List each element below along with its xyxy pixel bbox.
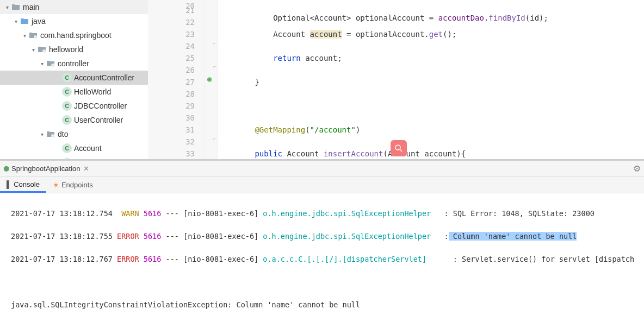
- tree-label: dto: [58, 130, 68, 138]
- vcs-changed-icon: ◉: [207, 73, 212, 85]
- svg-point-1: [42, 49, 46, 53]
- tree-item-java[interactable]: ▾ java: [0, 14, 148, 28]
- tab-label: Console: [14, 180, 40, 188]
- caret-icon: ▾: [38, 131, 46, 137]
- svg-point-0: [34, 35, 37, 39]
- run-tool-window: ⬢ SpringbootApplication ✕ ⚙ ▌ Console ✶ …: [0, 160, 644, 309]
- log-line: 2021-07-17 13:18:12.755 ERROR 5616 --- […: [11, 231, 644, 242]
- svg-point-4: [395, 145, 400, 150]
- tree-label: com.hand.springboot: [40, 31, 112, 40]
- console-tab[interactable]: ▌ Console: [0, 177, 46, 193]
- code-area[interactable]: Optional<Account> optionalAccount = acco…: [218, 0, 644, 159]
- search-button[interactable]: [391, 140, 407, 156]
- caret-icon: ▾: [21, 33, 28, 39]
- tree-item-controller[interactable]: ▾ controller: [0, 56, 148, 71]
- tree-label: helloworld: [49, 45, 83, 54]
- package-icon: [46, 129, 55, 139]
- log-line: 2021-07-17 13:18:12.754 WARN 5616 --- [n…: [11, 208, 644, 219]
- log-line: 2021-07-17 13:18:12.767 ERROR 5616 --- […: [11, 254, 644, 265]
- line-gutter: 20 21 22 23 24 25 26 27 28 29 30 31 32 3…: [148, 0, 205, 159]
- package-icon: [37, 45, 47, 54]
- class-icon: C: [62, 157, 72, 159]
- svg-point-3: [51, 134, 54, 137]
- endpoints-tab[interactable]: ✶ Endpoints: [46, 177, 100, 193]
- tree-label: JDBCController: [74, 102, 127, 110]
- caret-icon: ▾: [12, 18, 20, 24]
- fold-end-icon[interactable]: ⌐: [213, 37, 216, 49]
- close-tab-button[interactable]: ✕: [83, 165, 89, 173]
- tree-item-helloworld[interactable]: ▾ helloworld: [0, 42, 148, 56]
- tree-item-jdbccontroller[interactable]: C JDBCController: [0, 99, 148, 113]
- run-tabs: ▌ Console ✶ Endpoints: [0, 177, 644, 193]
- console-icon: ▌: [7, 180, 11, 188]
- package-icon: [46, 59, 55, 68]
- folder-icon: [11, 2, 21, 12]
- class-icon: C: [62, 87, 72, 97]
- tree-item-accountcontroller[interactable]: C AccountController: [0, 71, 148, 85]
- package-icon: [28, 30, 38, 40]
- class-icon: C: [62, 73, 72, 83]
- tree-item-role[interactable]: C Role: [0, 155, 148, 159]
- run-config-icon: ⬢: [3, 165, 9, 173]
- fold-end-icon[interactable]: ⌐: [213, 133, 216, 145]
- tree-item-main[interactable]: ▾ main: [0, 0, 148, 14]
- endpoints-icon: ✶: [53, 181, 59, 190]
- svg-point-2: [51, 64, 54, 67]
- caret-icon: ▾: [29, 47, 37, 53]
- tree-label: HelloWorld: [74, 87, 111, 96]
- tree-label: java: [32, 17, 46, 26]
- run-config-name: SpringbootApplication: [11, 165, 80, 173]
- class-icon: C: [62, 143, 72, 153]
- caret-icon: ▾: [38, 61, 46, 67]
- fold-start-icon[interactable]: ⌐: [213, 61, 216, 73]
- tree-item-usercontroller[interactable]: C UserController: [0, 113, 148, 127]
- tree-item-account[interactable]: C Account: [0, 141, 148, 155]
- code-editor[interactable]: 20 21 22 23 24 25 26 27 28 29 30 31 32 3…: [148, 0, 644, 159]
- tree-label: UserController: [74, 116, 123, 124]
- tab-label: Endpoints: [61, 181, 93, 189]
- vcs-gutter: ◉ ⌐ ⌐ ⌐: [205, 0, 218, 159]
- class-icon: C: [62, 101, 72, 111]
- run-header: ⬢ SpringbootApplication ✕ ⚙: [0, 161, 644, 177]
- class-icon: C: [62, 115, 72, 125]
- tree-label: controller: [58, 59, 89, 68]
- log-line: [11, 276, 644, 288]
- svg-line-5: [400, 149, 402, 152]
- search-icon: [394, 143, 404, 153]
- settings-gear-icon[interactable]: ⚙: [633, 163, 641, 174]
- tree-item-package[interactable]: ▾ com.hand.springboot: [0, 28, 148, 42]
- exception-line: java.sql.SQLIntegrityConstraintViolation…: [11, 299, 644, 309]
- console-output[interactable]: 2021-07-17 13:18:12.754 WARN 5616 --- [n…: [0, 193, 644, 309]
- caret-icon: ▾: [3, 4, 11, 10]
- tree-item-helloworld-class[interactable]: C HelloWorld: [0, 85, 148, 99]
- tree-label: Account: [74, 144, 102, 153]
- tree-item-dto[interactable]: ▾ dto: [0, 127, 148, 141]
- tree-label: AccountController: [74, 73, 134, 82]
- project-tree[interactable]: ▾ main ▾ java ▾ com.hand.springboot ▾ he…: [0, 0, 148, 159]
- source-folder-icon: [20, 16, 29, 26]
- tree-label: Role: [74, 158, 90, 159]
- tree-label: main: [23, 3, 39, 11]
